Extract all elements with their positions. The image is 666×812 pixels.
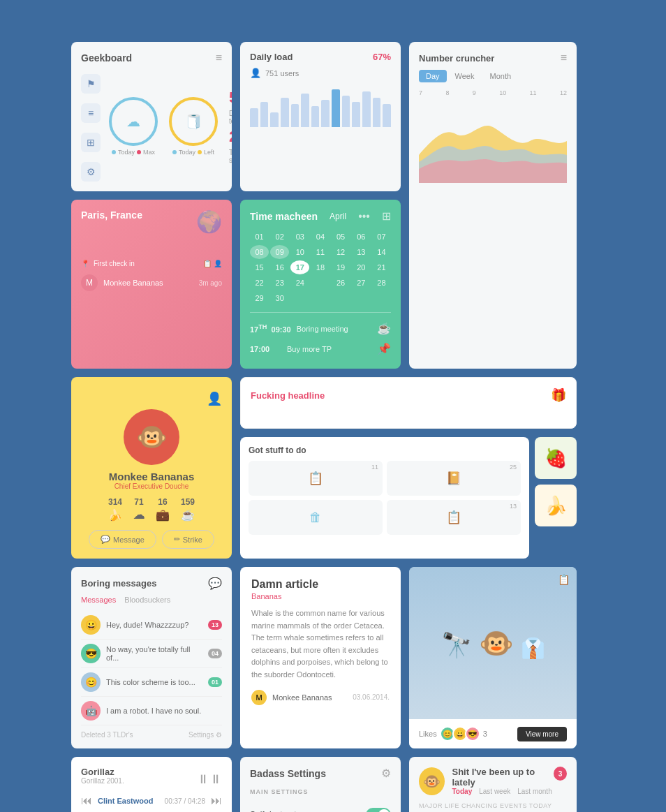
cal-9[interactable]: 09: [270, 245, 289, 259]
cal-15[interactable]: 15: [250, 260, 269, 274]
tab-month[interactable]: Month: [482, 70, 518, 82]
sidebar-icon-grid[interactable]: ⊞: [81, 133, 101, 152]
cal-21[interactable]: 21: [372, 260, 391, 274]
cal-27[interactable]: 27: [352, 276, 371, 290]
cal-5[interactable]: 05: [332, 230, 350, 244]
cal-10[interactable]: 10: [290, 245, 309, 259]
cal-11[interactable]: 11: [311, 245, 330, 259]
cal-14[interactable]: 14: [372, 245, 391, 259]
cal-8[interactable]: 08: [250, 245, 269, 259]
view-more-button[interactable]: View more: [517, 727, 567, 741]
article-img-footer: Likes 😊 😀 😎 3 View more: [409, 719, 577, 748]
cal-2[interactable]: 02: [270, 230, 289, 244]
cal-3[interactable]: 03: [290, 230, 309, 244]
sidebar-icon-list[interactable]: ≡: [81, 103, 101, 123]
stuff-item-3[interactable]: 🗑: [249, 500, 383, 535]
act-tab-lastweek[interactable]: Last week: [479, 788, 510, 795]
cal-26[interactable]: 26: [332, 276, 350, 290]
msg-item-1[interactable]: 😀 Hey, dude! Whazzzzup? 13: [81, 611, 222, 640]
act-tab-lastmonth[interactable]: Last month: [517, 788, 552, 795]
cal-13[interactable]: 13: [352, 245, 371, 259]
likes-label: Likes: [419, 730, 437, 738]
likes-row: Likes 😊 😀 😎 3: [419, 726, 487, 741]
strawberry-tile[interactable]: 🍓: [535, 437, 577, 479]
tab-day[interactable]: Day: [419, 70, 447, 82]
tp-count: 213: [229, 128, 232, 146]
stuff-icon-2: 📔: [446, 471, 461, 486]
player-pause-icon[interactable]: ⏸⏸: [197, 772, 222, 787]
cal-4[interactable]: 04: [311, 230, 330, 244]
cal-19[interactable]: 19: [332, 260, 350, 274]
tm-title: Time macheen: [250, 211, 318, 222]
monkey-stat-cloud: 71 ☁: [133, 497, 145, 522]
banana-tile[interactable]: 🍌: [535, 485, 577, 526]
stuff-item-2[interactable]: 25 📔: [387, 461, 521, 496]
msg-item-4[interactable]: 🤖 I am a robot. I have no soul.: [81, 697, 222, 725]
msg-text-2: No way, you're totally full of...: [106, 645, 202, 662]
stuff-item-1[interactable]: 11 📋: [249, 461, 383, 496]
monkey-name: Monkee Bananas: [81, 471, 222, 482]
checkin-label: First check in: [94, 260, 135, 267]
cal-24[interactable]: 24: [290, 276, 309, 290]
player-subtitle: Gorillaz 2001.: [81, 777, 124, 785]
message-button[interactable]: 💬 Message: [89, 530, 156, 549]
article-title: Damn article: [251, 578, 390, 591]
got-stuff-row: Got stuff to do 11 📋 25 📔 🗑 13 📋: [240, 437, 577, 559]
circle-blue: ☁: [109, 97, 158, 146]
settings-card: Badass Settings ⚙ MAIN SETTINGS Self des…: [240, 757, 401, 812]
article-clipboard-icon: 📋: [558, 574, 570, 585]
article-body: Whale is the common name for various mar…: [251, 607, 390, 681]
cal-1[interactable]: 01: [250, 230, 269, 244]
tab-week[interactable]: Week: [448, 70, 482, 82]
cal-22[interactable]: 22: [250, 276, 269, 290]
circle-blue-icon: ☁: [126, 113, 140, 130]
cal-23[interactable]: 23: [270, 276, 289, 290]
geekboard-menu-icon[interactable]: ≡: [216, 52, 222, 64]
cal-17-today[interactable]: 17: [290, 260, 309, 274]
toggle-self-destruct[interactable]: [366, 808, 391, 812]
daily-load-percent: 67%: [373, 52, 391, 62]
bar-2: [260, 102, 269, 127]
cal-28[interactable]: 28: [372, 276, 391, 290]
cal-16[interactable]: 16: [270, 260, 289, 274]
bag-icon: 💼: [156, 508, 170, 522]
msg-item-2[interactable]: 😎 No way, you're totally full of... 04: [81, 640, 222, 668]
geekboard-stats: 523 Deploys today 213 TP rolls spent: [229, 89, 232, 164]
daily-bar-chart: [250, 85, 391, 127]
player-next-button[interactable]: ⏭: [211, 795, 222, 807]
settings-gear-icon[interactable]: ⚙: [381, 767, 391, 780]
bm-settings-link[interactable]: Settings ⚙: [188, 731, 222, 739]
tm-more-icon[interactable]: •••: [358, 210, 370, 223]
tm-event-1: 17TH 09:30 Boring meeting ☕: [250, 318, 391, 339]
cal-7[interactable]: 07: [372, 230, 391, 244]
sidebar-icon-flag[interactable]: ⚑: [81, 74, 101, 94]
tm-grid-icon[interactable]: ⊞: [382, 209, 391, 223]
sidebar-icon-gear[interactable]: ⚙: [81, 162, 101, 182]
player-prev-button[interactable]: ⏮: [81, 795, 92, 807]
circle-blue-label: Today Max: [112, 149, 155, 156]
stuff-icon-1: 📋: [308, 471, 323, 486]
time-machine-card: Time macheen April ••• ⊞ 01 02 03 04 05 …: [240, 200, 401, 369]
msg-avatar-2: 😎: [81, 644, 101, 663]
nc-menu-icon[interactable]: ≡: [561, 52, 567, 64]
strike-button[interactable]: ✏ Strike: [162, 530, 214, 549]
act-tab-today[interactable]: Today: [452, 788, 472, 795]
tp-label: TP rolls spent: [229, 149, 232, 164]
cal-30[interactable]: 30: [270, 291, 289, 305]
cal-29[interactable]: 29: [250, 291, 269, 305]
likes-count: 3: [483, 730, 487, 738]
msg-item-3[interactable]: 😊 This color scheme is too... 01: [81, 668, 222, 697]
bm-tab-messages[interactable]: Messages: [81, 596, 116, 604]
tm-event-1-day: 17TH 09:30: [250, 323, 291, 334]
tm-event-2-icon: 📌: [377, 342, 391, 355]
avatar-stack: 😊 😀 😎: [440, 726, 480, 741]
cal-20[interactable]: 20: [352, 260, 371, 274]
circle-yellow-icon: 🧻: [185, 113, 202, 130]
cal-6[interactable]: 06: [352, 230, 371, 244]
cal-18[interactable]: 18: [311, 260, 330, 274]
geekboard-sidebar: ⚑ ≡ ⊞ ⚙: [81, 71, 106, 182]
paris-user: Monkee Bananas: [103, 279, 163, 287]
stuff-item-4[interactable]: 13 📋: [387, 500, 521, 535]
cal-12[interactable]: 12: [332, 245, 350, 259]
bm-tab-bloodsuckers[interactable]: Bloodsuckers: [124, 596, 170, 604]
